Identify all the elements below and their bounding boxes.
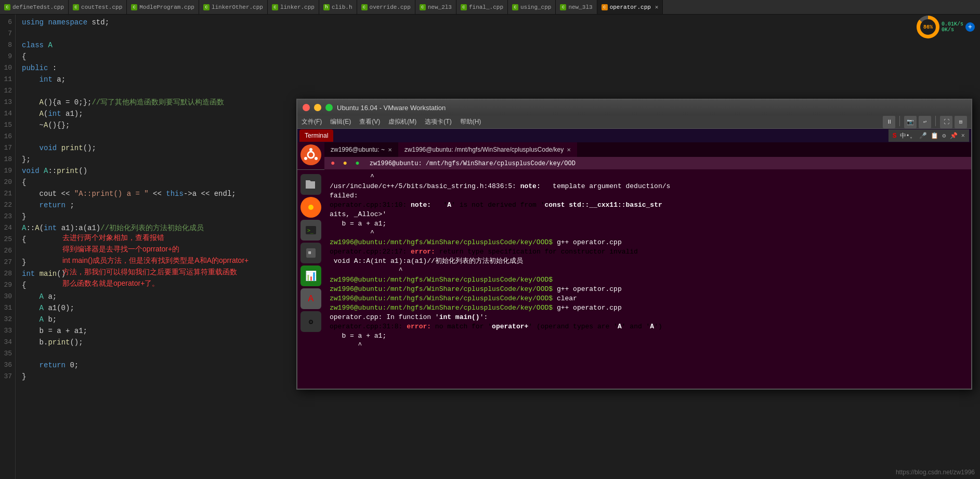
term-line-2: failed: <box>330 191 966 201</box>
ubuntu-tabbar: Terminal S 中•。 🎤 📋 ⚙ 📌 × <box>297 129 971 142</box>
spreadsheet-icon[interactable]: 📊 <box>300 265 321 286</box>
tab-icon: c <box>560 4 566 10</box>
net-plus-icon[interactable]: + <box>965 22 975 32</box>
app7-icon[interactable]: ⚙ <box>300 311 321 332</box>
tab-coutTest[interactable]: c coutTest.cpp <box>69 0 127 15</box>
vmware-menubar: 文件(F) 编辑(E) 查看(V) 虚拟机(M) 选项卡(T) 帮助(H) ⏸ … <box>297 115 971 129</box>
menu-tabs[interactable]: 选项卡(T) <box>425 117 451 126</box>
sidebar-sep <box>297 169 324 170</box>
ubuntu-tab-label: Terminal <box>305 132 328 139</box>
svg-point-3 <box>304 157 307 160</box>
csdn-url: https://blog.csdn.net/zw1996 <box>896 469 975 476</box>
tab-defineTedst[interactable]: c defineTedst.cpp <box>0 0 69 15</box>
tab-icon: c <box>361 4 368 10</box>
tab-icon: c <box>4 4 10 10</box>
revert-icon[interactable]: ↩ <box>919 116 931 128</box>
vmware-titlebar: Ubuntu 16.04 - VMware Workstation <box>297 100 971 115</box>
code-line-9: { <box>22 51 980 62</box>
menu-file[interactable]: 文件(F) <box>302 117 322 126</box>
term-line-12: zw1996@ubuntu:/mnt/hgfs/WinShare/cpluspl… <box>330 275 966 285</box>
term-line-0: ^ <box>330 172 966 182</box>
tab-icon: c <box>420 4 426 10</box>
tab-override[interactable]: c override.cpp <box>357 0 415 15</box>
calc-icon[interactable]: ⊞ <box>300 243 321 263</box>
net-stats: 0.01K/s 0K/s <box>942 21 963 33</box>
network-widget: 86% 0.01K/s 0K/s + <box>917 16 975 38</box>
tab-clib[interactable]: h clib.h <box>319 0 357 15</box>
snapshot-icon[interactable]: 📷 <box>904 116 917 128</box>
unity-icon[interactable]: ⊞ <box>955 116 967 128</box>
terminal-body[interactable]: ^ /usr/include/c++/5/bits/basic_string.h… <box>324 169 971 389</box>
menu-help[interactable]: 帮助(H) <box>460 117 481 126</box>
window-close-btn[interactable] <box>303 104 310 111</box>
tab-bar: c defineTedst.cpp c coutTest.cpp c Modle… <box>0 0 980 15</box>
term-line-14: zw1996@ubuntu:/mnt/hgfs/WinShare/cpluspl… <box>330 294 966 303</box>
tab-operator[interactable]: c operator.cpp ✕ <box>597 0 663 15</box>
sogou-ime-bar: S 中•。 🎤 📋 ⚙ 📌 × <box>888 129 969 142</box>
term-line-16: zw1996@ubuntu:/mnt/hgfs/WinShare/cpluspl… <box>330 303 966 313</box>
tab-final[interactable]: c final_.cpp <box>456 0 508 15</box>
code-line-12 <box>22 85 980 97</box>
terminal-icon[interactable]: >_ <box>300 220 321 241</box>
tab-new3[interactable]: c new_3l3 <box>556 0 597 15</box>
menu-vm[interactable]: 虚拟机(M) <box>388 117 416 126</box>
terminal-tabs: zw1996@ubuntu: ~ ✕ zw1996@ubuntu: /mnt/h… <box>324 142 971 157</box>
code-line-8: class A <box>22 39 980 51</box>
term-line-1: /usr/include/c++/5/bits/basic_string.h:4… <box>330 182 966 191</box>
ubuntu-tab-terminal[interactable]: Terminal <box>299 129 333 142</box>
term-line-17: operator.cpp: In function 'int main()': <box>330 313 966 322</box>
upload-speed: 0.01K/s <box>942 21 963 27</box>
sogou-s-icon: S <box>893 132 897 140</box>
line-numbers: 6 7 8 9 10 11 12 13 14 15 16 17 18 19 20… <box>0 15 16 479</box>
window-min-btn[interactable] <box>314 104 321 111</box>
tab-icon: c <box>131 4 137 10</box>
terminal-area: zw1996@ubuntu: ~ ✕ zw1996@ubuntu: /mnt/h… <box>324 142 971 389</box>
files-icon[interactable] <box>300 174 321 195</box>
tab-icon: c <box>203 4 210 10</box>
svg-point-2 <box>309 148 312 151</box>
svg-point-4 <box>315 157 318 160</box>
firefox-icon[interactable] <box>300 197 321 218</box>
fullscreen-icon[interactable]: ⛶ <box>940 116 952 128</box>
menu-edit[interactable]: 编辑(E) <box>330 117 351 126</box>
terminal-tab1[interactable]: zw1996@ubuntu: ~ ✕ <box>324 142 398 157</box>
term-line-20: ^ <box>330 341 966 350</box>
tab-linker[interactable]: c linker.cpp <box>268 0 319 15</box>
term-line-5: b = a + a1; <box>330 219 966 229</box>
tab-linkerOther[interactable]: c linkerOther.cpp <box>199 0 268 15</box>
settings-icon[interactable]: A <box>300 288 321 309</box>
menu-view[interactable]: 查看(V) <box>359 117 380 126</box>
term-line-7: zw1996@ubuntu:/mnt/hgfs/WinShare/cpluspl… <box>330 238 966 247</box>
tab-new2[interactable]: c new_2l3 <box>415 0 456 15</box>
term-line-10: ^ <box>330 266 966 275</box>
terminal-header: ● ● ● zw1996@ubuntu: /mnt/hgfs/WinShare/… <box>324 157 971 169</box>
pause-icon[interactable]: ⏸ <box>883 116 895 128</box>
window-max-btn[interactable] <box>325 104 333 111</box>
tab-icon: c <box>512 4 518 10</box>
tab-icon: c <box>73 4 79 10</box>
terminal-tab2[interactable]: zw1996@ubuntu: /mnt/hgfs/WinShare/cplusp… <box>398 142 577 157</box>
code-line-7 <box>22 28 980 39</box>
term-line-3: operator.cpp:31:10: note: 'A' is not der… <box>330 201 966 210</box>
tab-icon: c <box>272 4 278 10</box>
tab-icon: c <box>461 4 467 10</box>
ubuntu-content: >_ ⊞ 📊 A ⚙ zw1996@ubuntu: ~ ✕ <box>297 142 971 389</box>
tab-icon: h <box>323 4 330 10</box>
terminal-tab1-close[interactable]: ✕ <box>388 147 392 153</box>
toolbar-sep1 <box>899 116 900 126</box>
ubuntu-logo-icon[interactable] <box>300 144 321 165</box>
term-line-6: ^ <box>330 229 966 238</box>
terminal-tab2-close[interactable]: ✕ <box>567 147 571 153</box>
term-line-9: void A::A(int a1):a(a1)//初始化列表的方法初始化成员 <box>330 257 966 266</box>
term-line-18: operator.cpp:31:8: error: no match for '… <box>330 322 966 331</box>
download-speed: 0K/s <box>942 27 963 33</box>
tab-using[interactable]: c using_cpp <box>508 0 556 15</box>
svg-text:⊞: ⊞ <box>308 250 311 255</box>
tab-close-icon[interactable]: ✕ <box>655 4 659 10</box>
sogou-mode: 中•。 <box>900 131 916 140</box>
terminal-tab1-label: zw1996@ubuntu: ~ <box>331 146 385 153</box>
sogou-icons: 🎤 📋 ⚙ 📌 × <box>919 132 965 140</box>
tab-ModleProgram[interactable]: c ModleProgram.cpp <box>127 0 199 15</box>
term-line-19: b = a + a1; <box>330 331 966 341</box>
vmware-window: Ubuntu 16.04 - VMware Workstation 文件(F) … <box>296 99 972 390</box>
